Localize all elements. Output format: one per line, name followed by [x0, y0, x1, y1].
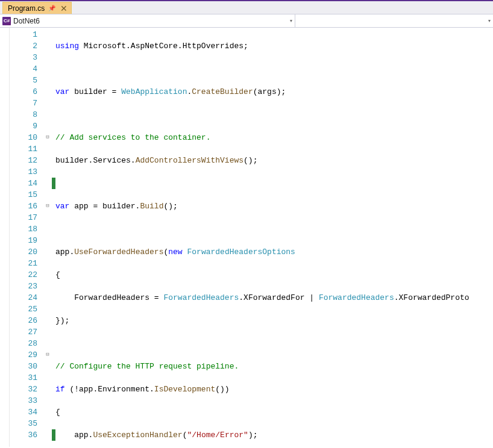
member-dropdown[interactable]: ▾	[295, 14, 493, 27]
csharp-icon: C#	[2, 17, 11, 25]
pin-icon[interactable]: 📌	[48, 5, 55, 11]
chevron-down-icon: ▾	[488, 18, 491, 23]
scope-dropdown[interactable]: C# DotNet6 ▾	[0, 14, 295, 27]
fold-margin: ⊟ ⊟ ⊟	[43, 28, 52, 447]
scope-label: DotNet6	[13, 17, 40, 25]
line-number-gutter: 1234567891011121314151617181920212223242…	[10, 28, 43, 447]
file-tab[interactable]: Program.cs 📌 ✕	[2, 2, 72, 14]
fold-toggle[interactable]: ⊟	[43, 132, 52, 143]
tab-bar: Program.cs 📌 ✕	[0, 1, 493, 14]
fold-toggle[interactable]: ⊟	[43, 349, 52, 361]
fold-toggle[interactable]: ⊟	[43, 201, 52, 212]
chevron-down-icon: ▾	[290, 18, 292, 23]
code-editor[interactable]: 1234567891011121314151617181920212223242…	[0, 28, 493, 447]
tab-label: Program.cs	[8, 4, 45, 13]
navigation-bar: C# DotNet6 ▾ ▾	[0, 14, 493, 28]
breakpoint-margin[interactable]	[0, 28, 10, 447]
close-icon[interactable]: ✕	[59, 4, 69, 13]
code-content[interactable]: using Microsoft.AspNetCore.HttpOverrides…	[55, 28, 493, 447]
